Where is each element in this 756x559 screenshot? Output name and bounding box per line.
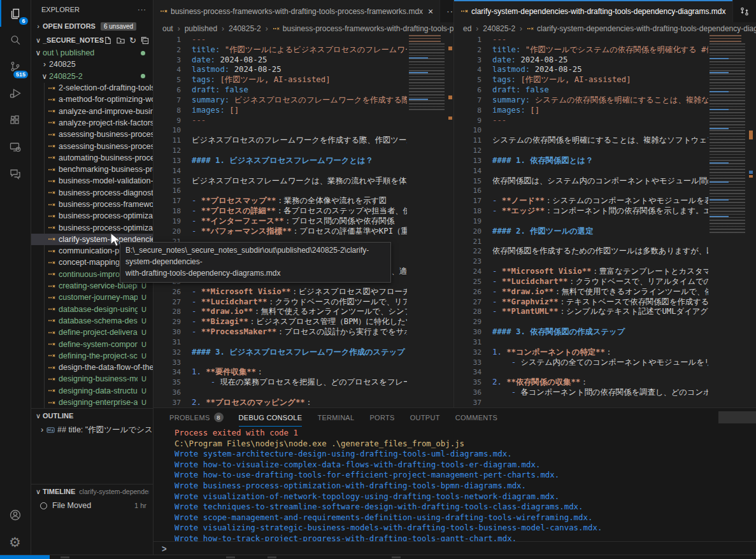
line-number: 29 (153, 317, 181, 327)
panel-tab[interactable]: PROBLEMS 8 (169, 408, 224, 427)
vscode-window: 6 515 ⚙ EXPLORER ··· (0, 0, 756, 559)
tree-item[interactable]: › 240825 (31, 59, 153, 70)
tree-item[interactable]: business-process-optimization-t... (31, 210, 153, 222)
console-line: Wrote techniques-to-streamline-software-… (175, 502, 748, 513)
remote-indicator[interactable] (0, 555, 50, 559)
tree-item[interactable]: business-process-frameworks-wi... (31, 199, 153, 210)
outline-item[interactable]: › ## title: "作図ツールでシステム... (31, 423, 153, 437)
line-number: 10 (454, 125, 481, 136)
debug-console-input[interactable]: > (153, 541, 756, 555)
folder-section-header[interactable]: ∨ _SECURE_NOTES_SUBDIR ↻ (31, 33, 153, 47)
remote-explorer-icon[interactable] (0, 134, 30, 160)
line-number: 24 (454, 267, 481, 277)
line-number: 17 (153, 196, 181, 206)
breadcrumb-item[interactable]: published (173, 24, 217, 33)
line-number: 31 (454, 337, 481, 348)
outline-section: ∨ OUTLINE › ## title: "作図ツールでシステム... (31, 408, 153, 484)
source-control-icon[interactable]: 515 (0, 53, 30, 80)
outline-item-label: ## title: "作図ツールでシステム... (57, 425, 153, 435)
collapse-all-icon[interactable] (141, 36, 149, 45)
tree-item[interactable]: automating-business-processes-... (31, 152, 153, 164)
run-debug-icon[interactable] (0, 80, 30, 107)
code-line: 20 - **パフォーマンス指標**：プロセスの評価基準やKPI（重要業績 (153, 227, 407, 237)
outline-header[interactable]: ∨ OUTLINE (31, 409, 153, 423)
tree-item-label: assessing-business-process-perf... (59, 130, 153, 139)
line-number: 6 (454, 85, 481, 96)
breadcrumb-item[interactable]: clarify-system-dependencies-with-draftin… (515, 24, 756, 33)
timeline-item[interactable]: File Moved 1 hr (31, 499, 153, 513)
tree-item[interactable]: 2-selection-of-drafting-tools.mdx (31, 82, 153, 94)
tree-item[interactable]: define-system-components... U (31, 338, 153, 350)
settings-gear-icon[interactable]: ⚙ (0, 528, 30, 555)
tree-item[interactable]: ∨ 240825-2 (31, 71, 153, 82)
code-line: 34 1. **要件収集**： (153, 367, 407, 378)
tree-item[interactable]: business-model-validation-with-... (31, 175, 153, 187)
tree-item[interactable]: assessing-business-process-perf... (31, 129, 153, 140)
tree-item[interactable]: a-method-for-optimizing-workfl... (31, 94, 153, 105)
tree-item-label: 240825-2 (49, 72, 137, 81)
line-number: 28 (454, 307, 481, 317)
account-icon[interactable] (0, 502, 30, 528)
breadcrumb-item[interactable]: 240825-2 (217, 24, 261, 33)
panel-tab[interactable]: OUTPUT (410, 408, 440, 427)
tree-item[interactable]: designing-enterprise-archit... U (31, 397, 153, 408)
tree-item-label: creating-service-blueprints-... (59, 281, 138, 290)
open-changes-icon[interactable] (739, 6, 750, 17)
tree-item[interactable]: database-design-using-dra... U (31, 304, 153, 315)
search-icon[interactable] (0, 27, 30, 53)
editor-content[interactable]: 1 --- 2 title: "作図ツールでシステムの依存関係を明確化する #依… (454, 35, 708, 407)
tree-twisty-icon: ∨ (40, 72, 49, 81)
tree-item-label: customer-journey-maps-vis... (59, 293, 138, 302)
tree-item[interactable]: benchmarking-business-process... (31, 164, 153, 175)
editor-content[interactable]: 1 --- 2 title: "作図ツールによるビジネスプロセスのフレームワーク… (153, 35, 407, 407)
breadcrumb-item[interactable]: ed (463, 24, 471, 33)
tab-clarify-system-dependencies[interactable]: clarify-system-dependencies-with-draftin… (454, 0, 733, 22)
mdx-file-icon (48, 399, 56, 407)
extensions-icon[interactable] (0, 107, 30, 134)
mdx-file-icon (48, 270, 56, 278)
status-bar[interactable] (0, 555, 756, 559)
tree-item[interactable]: assessing-business-processes-us... (31, 140, 153, 152)
tab-business-process-frameworks[interactable]: business-process-frameworks-with-draftin… (153, 0, 440, 22)
debug-console-output[interactable]: Process exited with code 1C:\Program Fil… (175, 428, 748, 541)
tree-item[interactable]: ∨ out \ published (31, 47, 153, 59)
line-number: 30 (153, 327, 181, 337)
tree-item[interactable]: business-process-diagnostics-wi... (31, 187, 153, 199)
tree-item[interactable]: analyze-and-improve-business-fl... (31, 105, 153, 117)
close-icon[interactable]: × (428, 7, 433, 16)
more-actions-icon[interactable]: ··· (138, 6, 146, 13)
filter-input[interactable] (718, 411, 756, 423)
timeline-header[interactable]: ∨ TIMELINE clarify-system-dependencies-w… (31, 485, 153, 499)
tree-item[interactable]: customer-journey-maps-vis... U (31, 292, 153, 303)
minimap[interactable] (708, 35, 748, 407)
new-folder-icon[interactable] (117, 36, 125, 45)
minimap[interactable] (408, 35, 447, 407)
tree-item[interactable]: defining-the-project-scope... U (31, 350, 153, 362)
refresh-icon[interactable]: ↻ (129, 36, 136, 45)
panel-tab[interactable]: COMMENTS (455, 408, 498, 427)
code-line: 27 - **Graphviz**：テキストベースで依存関係図を作成するツールで (454, 297, 708, 308)
breadcrumb-item[interactable]: 240825-2 (471, 24, 515, 33)
breadcrumb-item[interactable]: out (162, 24, 173, 33)
tree-item[interactable]: business-process-optimization-... (31, 222, 153, 233)
timeline-item-time: 1 hr (134, 502, 146, 509)
tree-item[interactable]: database-schema-design-u... U (31, 315, 153, 327)
tree-item-label: 240825 (49, 60, 153, 69)
code-line: 3 date: 2024-08-25 (153, 55, 407, 66)
tree-item[interactable]: define-project-deliverables... U (31, 327, 153, 338)
breadcrumb-item[interactable]: business-process-frameworks-with-draftin… (261, 24, 453, 33)
open-editors-header[interactable]: › OPEN EDITORS 6 unsaved (31, 19, 153, 33)
explorer-icon[interactable]: 6 (0, 0, 30, 27)
panel-tab[interactable]: DEBUG CONSOLE (239, 408, 303, 427)
panel-tab[interactable]: PORTS (369, 408, 394, 427)
tree-item[interactable]: designing-data-structures-... U (31, 385, 153, 397)
mdx-file-icon (48, 282, 56, 290)
tree-item[interactable]: analyze-project-risk-factors-with... (31, 117, 153, 129)
code-line: 1 --- (153, 35, 407, 45)
tree-item[interactable]: design-the-data-flow-of-the-sys... (31, 362, 153, 373)
panel-tab[interactable]: TERMINAL (317, 408, 354, 427)
comments-icon[interactable] (0, 160, 30, 187)
new-file-icon[interactable] (104, 36, 112, 45)
tree-item[interactable]: designing-business-models... U (31, 373, 153, 385)
code-line: 11 ビジネスプロセスのフレームワークを作成する際、作図ツールを活用 (153, 136, 407, 146)
